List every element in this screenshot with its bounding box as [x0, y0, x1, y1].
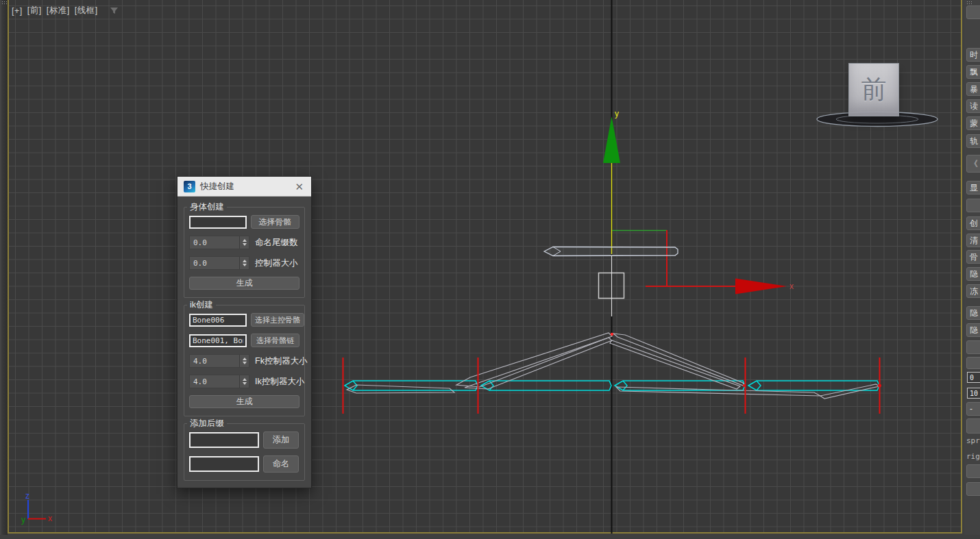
ik-create-group-label: ik创建 — [187, 300, 216, 310]
rename-button[interactable]: 命名 — [263, 455, 299, 473]
viewport-menu-style[interactable]: [线框] — [75, 5, 98, 16]
viewport-menu-pov[interactable]: [前] — [27, 5, 42, 16]
quick-create-dialog: 3 快捷创建 ✕ 身体创建 选择骨骼 0.0 命名尾缀数 0.0 — [177, 176, 312, 488]
right-panel-button[interactable]: 蒙 — [966, 116, 980, 130]
right-panel-button[interactable]: 暴 — [966, 82, 980, 96]
right-panel-button[interactable]: 骨 — [966, 250, 980, 264]
spinner-down-icon[interactable] — [243, 243, 247, 246]
right-panel-button[interactable] — [966, 418, 980, 434]
right-panel-button[interactable] — [966, 357, 980, 369]
suffix-count-spinner[interactable]: 0.0 — [189, 236, 249, 249]
right-panel-button[interactable] — [966, 5, 980, 19]
right-panel-button[interactable]: 显 — [966, 181, 980, 195]
right-panel-button[interactable]: 读 — [966, 99, 980, 113]
ik-generate-button[interactable]: 生成 — [189, 395, 299, 408]
spinner-up-icon[interactable] — [243, 239, 247, 242]
viewport-menu-quality[interactable]: [标准] — [47, 5, 70, 16]
controller-size-label: 控制器大小 — [254, 258, 299, 269]
dialog-titlebar[interactable]: 3 快捷创建 ✕ — [177, 177, 311, 197]
viewcube-front-face-label[interactable]: 前 — [861, 73, 887, 107]
dialog-title: 快捷创建 — [200, 181, 289, 192]
add-suffix-group-label: 添加后缀 — [187, 418, 227, 428]
body-create-group-label: 身体创建 — [187, 202, 227, 212]
spinner-arrows[interactable] — [239, 257, 249, 269]
fk-size-spinner[interactable]: 4.0 — [189, 354, 249, 368]
spinner-up-icon[interactable] — [243, 378, 247, 381]
close-icon[interactable]: ✕ — [293, 180, 305, 193]
select-bone-chain-button[interactable]: 选择骨骼链 — [251, 334, 299, 347]
controller-bone[interactable] — [544, 247, 678, 256]
dialog-body: 身体创建 选择骨骼 0.0 命名尾缀数 0.0 控制器大小 生成 — [177, 197, 311, 488]
left-dock-strip — [0, 0, 8, 535]
right-panel-button[interactable]: 轨 — [966, 134, 980, 148]
spinner-up-icon[interactable] — [243, 260, 247, 262]
right-panel-button[interactable] — [966, 482, 980, 496]
body-generate-button[interactable]: 生成 — [189, 277, 299, 290]
dock-grip-icon[interactable] — [966, 1, 972, 5]
viewport-menu: [+] [前] [标准] [线框] — [12, 5, 119, 16]
bone-name-field[interactable] — [189, 216, 247, 229]
controller-size-value: 0.0 — [190, 257, 239, 269]
suffix-input-field[interactable] — [189, 432, 259, 448]
3dsmax-app-icon: 3 — [184, 181, 195, 192]
right-panel-button[interactable]: 隐 — [966, 323, 980, 337]
right-panel-button[interactable] — [966, 340, 980, 354]
controller-size-spinner[interactable]: 0.0 — [189, 256, 249, 270]
dock-grip-icon[interactable] — [1, 1, 7, 5]
body-create-group: 身体创建 选择骨骼 0.0 命名尾缀数 0.0 控制器大小 生成 — [184, 207, 305, 298]
bottom-chrome-bar — [0, 535, 980, 539]
spinner-arrows[interactable] — [239, 236, 249, 249]
suffix-count-label: 命名尾缀数 — [254, 237, 299, 249]
spinner-arrows[interactable] — [239, 355, 249, 367]
rename-input-field[interactable] — [189, 456, 259, 472]
suffix-count-value: 0.0 — [190, 236, 239, 249]
right-panel-button[interactable]: 飘 — [966, 65, 980, 79]
right-panel-button[interactable] — [966, 199, 980, 212]
right-panel-button[interactable]: 时 — [966, 48, 980, 62]
add-suffix-button[interactable]: 添加 — [263, 431, 299, 449]
right-panel-button[interactable]: 隐 — [966, 306, 980, 320]
ik-create-group: ik创建 选择主控骨骼 选择骨骼链 4.0 Fk控制器大小 4.0 — [184, 305, 305, 416]
ik-size-spinner[interactable]: 4.0 — [189, 375, 249, 388]
add-suffix-group: 添加后缀 添加 命名 — [184, 423, 305, 481]
spinner-arrows[interactable] — [239, 375, 249, 388]
right-panel-field[interactable]: 0 — [967, 372, 980, 383]
right-panel-field[interactable]: 10 — [967, 388, 980, 399]
right-panel-button[interactable]: 冻 — [966, 284, 980, 298]
viewport-front[interactable] — [8, 0, 962, 534]
fk-size-label: Fk控制器大小 — [254, 355, 307, 367]
spinner-down-icon[interactable] — [243, 382, 247, 385]
filter-funnel-icon[interactable] — [110, 6, 119, 15]
bone-chain-field[interactable] — [189, 334, 247, 347]
master-bone-field[interactable] — [189, 314, 247, 327]
right-panel-button[interactable]: 创 — [966, 216, 980, 230]
right-panel-button[interactable]: 《 — [966, 155, 980, 173]
right-panel-button[interactable] — [966, 464, 980, 478]
right-panel-button[interactable]: 清 — [966, 234, 980, 247]
spinner-down-icon[interactable] — [243, 264, 247, 266]
right-panel-label: rig — [966, 451, 980, 461]
right-panel-button[interactable]: - — [966, 402, 980, 416]
right-toolbar: 时飘暴读蒙轨《显创清骨隐冻隐隐010-sprrig — [964, 0, 980, 535]
ik-size-label: Ik控制器大小 — [254, 376, 304, 388]
ik-size-value: 4.0 — [190, 375, 239, 388]
viewport-menu-general[interactable]: [+] — [12, 6, 23, 16]
viewcube[interactable]: 前 — [848, 63, 899, 116]
spinner-down-icon[interactable] — [243, 362, 247, 364]
select-master-bone-button[interactable]: 选择主控骨骼 — [251, 313, 304, 327]
right-panel-label: spr — [966, 436, 980, 445]
spinner-up-icon[interactable] — [243, 358, 247, 360]
right-panel-button[interactable]: 隐 — [966, 267, 980, 281]
select-bones-button[interactable]: 选择骨骼 — [251, 215, 299, 229]
fk-size-value: 4.0 — [190, 355, 239, 367]
